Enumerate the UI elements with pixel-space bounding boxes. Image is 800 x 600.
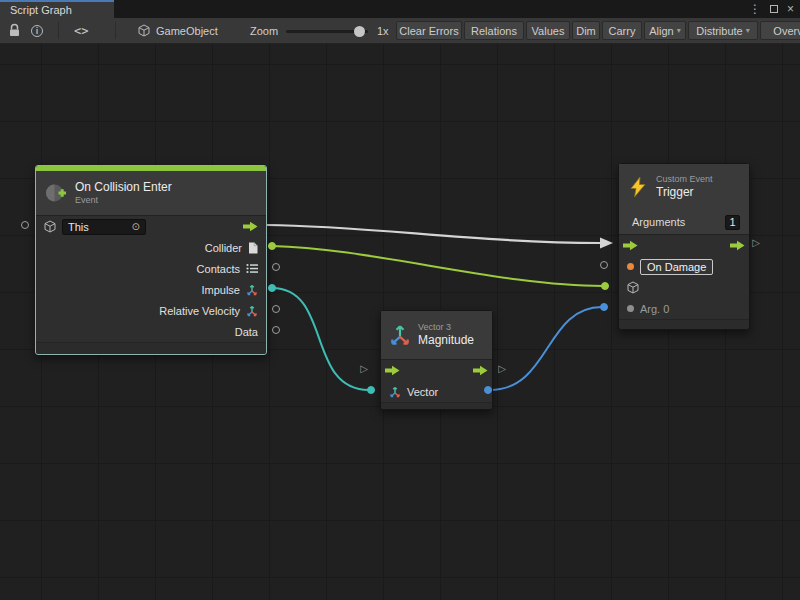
close-icon[interactable]: × [787,3,794,15]
api-view-button[interactable]: <> [74,18,88,43]
clear-errors-button[interactable]: Clear Errors [396,21,462,40]
node-body: This ⊙ Collider Contacts [36,216,266,342]
info-icon: i [31,25,43,37]
lightning-bolt-icon [627,176,649,198]
port-event-target-input[interactable] [601,282,609,290]
zoom-label: Zoom [250,18,278,43]
node-footer [381,402,492,409]
port-label-impulse: Impulse [201,284,240,296]
flow-output-arrow-icon[interactable] [730,240,745,251]
document-icon [248,242,258,254]
list-icon [246,263,258,274]
node-subtitle: Event [75,195,172,206]
align-button[interactable]: Align ▾ [644,21,686,40]
node-vector3-magnitude[interactable]: Vector 3 Magnitude [380,310,493,410]
window-controls: ⋮ × [749,0,794,18]
port-arg0-input[interactable] [600,303,608,311]
carry-button[interactable]: Carry [602,21,642,40]
chevron-down-icon: ▾ [746,26,750,35]
tab-label: Script Graph [10,4,72,16]
target-object-field[interactable]: This ⊙ [62,219,146,235]
port-collision-target-input[interactable] [21,221,29,229]
dim-button[interactable]: Dim [572,21,600,40]
align-label: Align [649,25,673,37]
zoom-slider[interactable] [286,30,368,33]
flow-output-triangle-icon[interactable]: ▷ [498,364,506,374]
dim-label: Dim [576,25,596,37]
node-on-collision-enter[interactable]: On Collision Enter Event This ⊙ Collider [35,165,267,355]
port-row-target[interactable] [619,277,749,298]
object-picker-icon[interactable]: ⊙ [132,222,140,232]
port-vector-input[interactable] [367,386,375,394]
relations-label: Relations [471,25,517,37]
object-port-dot[interactable] [627,305,634,312]
wire-collider [272,246,603,286]
graph-canvas[interactable]: On Collision Enter Event This ⊙ Collider [0,44,800,600]
node-header[interactable]: Vector 3 Magnitude [381,311,492,360]
tab-script-graph[interactable]: Script Graph [0,0,114,18]
lock-button[interactable] [8,18,21,43]
flow-output-arrow-icon[interactable] [473,365,488,376]
distribute-button[interactable]: Distribute ▾ [688,21,758,40]
node-footer [619,319,749,329]
node-category: Custom Event [656,174,713,185]
node-footer [36,342,266,354]
port-row-vector[interactable]: Vector [381,381,492,402]
relations-button[interactable]: Relations [464,21,524,40]
port-event-name-input[interactable] [600,261,608,269]
target-object-value: This [68,221,127,233]
port-row-contacts[interactable]: Contacts [36,258,266,279]
port-row-arg0[interactable]: Arg. 0 [619,298,749,319]
flow-input-triangle-icon[interactable]: ▷ [360,364,368,374]
overview-button[interactable]: Overv [760,21,800,40]
arguments-label: Arguments [632,216,685,228]
toolbar-separator [58,22,59,39]
wire-flow [267,225,601,243]
values-button[interactable]: Values [526,21,570,40]
vector3-icon [246,305,258,317]
title-bar: Script Graph ⋮ × [0,0,800,18]
toolbar-separator [115,22,116,39]
clear-errors-label: Clear Errors [399,25,458,37]
arguments-row: Arguments 1 [619,210,749,234]
port-data-output[interactable] [272,326,280,334]
node-header[interactable]: Custom Event Trigger Arguments 1 [619,164,749,235]
port-impulse-output[interactable] [268,284,276,292]
flow-output-arrow-icon[interactable] [243,221,258,232]
port-row-collider[interactable]: Collider [36,237,266,258]
node-trigger-custom-event[interactable]: Custom Event Trigger Arguments 1 [618,163,750,330]
arguments-count-input[interactable]: 1 [725,215,740,230]
maximize-icon[interactable] [770,5,778,13]
port-label-contacts: Contacts [197,263,240,275]
port-row-relative-velocity[interactable]: Relative Velocity [36,300,266,321]
node-title: Magnitude [418,333,474,349]
vector3-icon [389,386,401,398]
gameobject-button[interactable]: GameObject [138,18,218,43]
values-label: Values [532,25,565,37]
port-label-relative-velocity: Relative Velocity [159,305,240,317]
port-collider-output[interactable] [268,242,276,250]
flow-input-arrow-icon[interactable] [623,240,638,251]
info-button[interactable]: i [31,18,43,43]
port-row-event-name[interactable]: On Damage [619,256,749,277]
more-options-icon[interactable]: ⋮ [749,3,761,15]
chevron-down-icon: ▾ [677,26,681,35]
cube-icon [627,281,639,294]
node-body: On Damage Arg. 0 [619,235,749,319]
port-magnitude-output[interactable] [484,386,492,394]
port-relative-velocity-output[interactable] [272,305,280,313]
port-row-impulse[interactable]: Impulse [36,279,266,300]
port-row-data[interactable]: Data [36,321,266,342]
flow-input-arrow-icon[interactable] [385,365,400,376]
distribute-label: Distribute [696,25,742,37]
port-label-collider: Collider [205,242,242,254]
string-port-dot[interactable] [627,263,634,270]
event-name-input[interactable]: On Damage [640,259,713,275]
lock-icon [8,23,21,38]
flow-output-triangle-icon[interactable]: ▷ [752,238,760,248]
node-header[interactable]: On Collision Enter Event [36,171,266,216]
zoom-slider-handle[interactable] [354,26,365,37]
vector3-icon [246,284,258,296]
port-contacts-output[interactable] [272,263,280,271]
zoom-value: 1x [377,18,389,43]
